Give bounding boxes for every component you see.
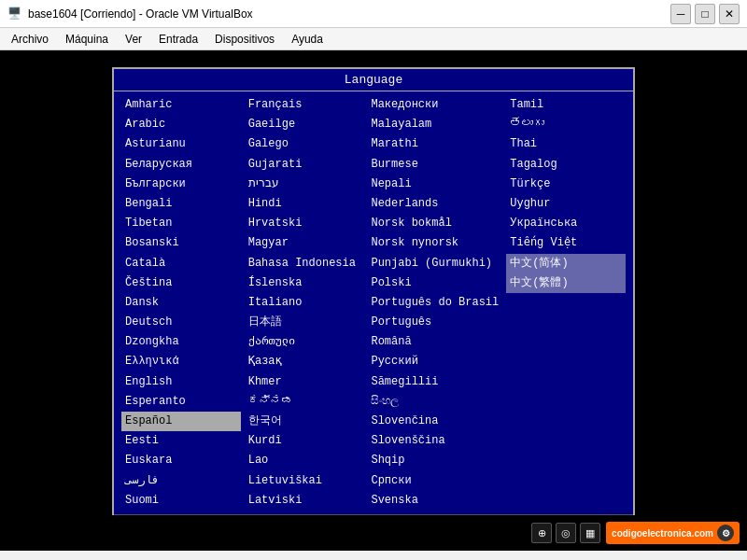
lang-item-2-5[interactable]: Nederlands	[367, 194, 502, 214]
lang-item-1-17[interactable]: Kurdî	[245, 431, 364, 451]
lang-item-2-16[interactable]: Slovenčina	[367, 412, 502, 431]
lang-item-2-13[interactable]: Русский	[367, 352, 502, 371]
lang-item-2-4[interactable]: Nepali	[367, 175, 502, 194]
lang-item-0-0[interactable]: Amharic	[121, 95, 241, 115]
lang-column-1: FrançaisGaeilgeGalegoGujaratiעבריתHindiH…	[243, 95, 366, 511]
lang-item-2-20[interactable]: Svenska	[367, 491, 502, 511]
taskbar-icons: ⊕ ◎ ▦	[531, 523, 600, 543]
lang-item-3-4[interactable]: Türkçe	[506, 175, 626, 194]
lang-item-0-9[interactable]: Čeština	[121, 273, 241, 293]
lang-item-1-6[interactable]: Hrvatski	[245, 214, 364, 233]
lang-item-1-7[interactable]: Magyar	[245, 233, 364, 253]
maximize-button[interactable]: □	[695, 4, 715, 24]
title-bar: 🖥️ base1604 [Corriendo] - Oracle VM Virt…	[0, 0, 747, 28]
lang-column-0: AmharicArabicAsturianuБеларускаяБългарск…	[120, 95, 243, 511]
lang-item-1-19[interactable]: Lietuviškai	[245, 471, 364, 491]
lang-item-1-0[interactable]: Français	[245, 95, 364, 115]
lang-item-0-18[interactable]: Euskara	[121, 451, 241, 470]
lang-item-1-12[interactable]: ქართული	[245, 332, 364, 352]
lang-item-1-13[interactable]: Қазақ	[245, 352, 364, 371]
lang-item-3-9[interactable]: 中文(繁體)	[506, 273, 626, 293]
lang-item-1-3[interactable]: Gujarati	[245, 155, 364, 175]
lang-column-3: TamilతెలుగుThaiTagalogTürkçeUyghurУкраїн…	[504, 95, 627, 511]
lang-item-3-5[interactable]: Uyghur	[506, 194, 626, 214]
lang-item-0-1[interactable]: Arabic	[121, 115, 241, 134]
lang-item-1-5[interactable]: Hindi	[245, 194, 364, 214]
lang-item-2-17[interactable]: Slovenščina	[367, 431, 502, 451]
lang-item-0-10[interactable]: Dansk	[121, 293, 241, 313]
lang-item-2-15[interactable]: සිංහල	[367, 392, 502, 412]
dialog-header: Language	[114, 69, 633, 91]
lang-item-0-17[interactable]: Eesti	[121, 431, 241, 451]
close-button[interactable]: ✕	[719, 4, 740, 24]
lang-item-2-18[interactable]: Shqip	[367, 451, 502, 470]
lang-item-1-1[interactable]: Gaeilge	[245, 115, 364, 134]
lang-item-2-14[interactable]: Sāmegillii	[367, 372, 502, 392]
lang-item-1-4[interactable]: עברית	[245, 175, 364, 194]
menu-dispositivos[interactable]: Dispositivos	[207, 31, 282, 48]
lang-item-2-11[interactable]: Português	[367, 313, 502, 332]
lang-item-3-2[interactable]: Thai	[506, 134, 626, 154]
lang-item-2-2[interactable]: Marathi	[367, 134, 502, 154]
lang-item-0-5[interactable]: Bengali	[121, 194, 241, 214]
lang-column-2: МакедонскиMalayalamMarathiBurmeseNepaliN…	[365, 95, 504, 511]
lang-item-0-19[interactable]: فارسی	[121, 471, 241, 491]
lang-item-0-13[interactable]: Ελληνικά	[121, 352, 241, 371]
watermark-text: codigoelectronica.com	[612, 528, 713, 539]
lang-item-3-3[interactable]: Tagalog	[506, 155, 626, 175]
lang-item-1-8[interactable]: Bahasa Indonesia	[245, 254, 364, 273]
lang-item-0-11[interactable]: Deutsch	[121, 313, 241, 332]
lang-item-2-3[interactable]: Burmese	[367, 155, 502, 175]
lang-item-0-14[interactable]: English	[121, 372, 241, 392]
lang-item-3-6[interactable]: Українська	[506, 214, 626, 233]
menu-ver[interactable]: Ver	[118, 31, 149, 48]
lang-item-3-7[interactable]: Tiếng Việt	[506, 233, 626, 253]
lang-item-0-2[interactable]: Asturianu	[121, 134, 241, 154]
lang-item-0-12[interactable]: Dzongkha	[121, 332, 241, 352]
watermark: codigoelectronica.com ⚙	[606, 522, 740, 544]
window-controls: ─ □ ✕	[670, 4, 740, 24]
lang-item-3-8[interactable]: 中文(简体)	[506, 254, 626, 273]
lang-item-2-12[interactable]: Română	[367, 332, 502, 352]
lang-item-0-7[interactable]: Bosanski	[121, 233, 241, 253]
lang-item-3-1[interactable]: తెలుగు	[506, 115, 626, 134]
lang-item-1-16[interactable]: 한국어	[245, 412, 364, 431]
lang-item-2-8[interactable]: Punjabi (Gurmukhi)	[367, 254, 502, 273]
lang-item-1-20[interactable]: Latviski	[245, 491, 364, 511]
lang-item-0-8[interactable]: Català	[121, 254, 241, 273]
lang-item-0-6[interactable]: Tibetan	[121, 214, 241, 233]
lang-item-1-14[interactable]: Khmer	[245, 372, 364, 392]
lang-item-1-10[interactable]: Italiano	[245, 293, 364, 313]
lang-item-2-7[interactable]: Norsk nynorsk	[367, 233, 502, 253]
lang-item-1-18[interactable]: Lao	[245, 451, 364, 470]
menu-maquina[interactable]: Máquina	[58, 31, 116, 48]
language-grid[interactable]: AmharicArabicAsturianuБеларускаяБългарск…	[114, 91, 633, 514]
menu-ayuda[interactable]: Ayuda	[284, 31, 331, 48]
dialog-title: Language	[345, 73, 402, 87]
lang-item-2-10[interactable]: Português do Brasil	[367, 293, 502, 313]
menu-bar: Archivo Máquina Ver Entrada Dispositivos…	[0, 28, 747, 50]
lang-item-2-19[interactable]: Српски	[367, 471, 502, 491]
taskbar-icon-2[interactable]: ◎	[556, 523, 576, 543]
lang-item-1-15[interactable]: ಕನ್ನಡ	[245, 392, 364, 412]
lang-item-0-4[interactable]: Български	[121, 175, 241, 194]
menu-archivo[interactable]: Archivo	[4, 31, 56, 48]
lang-item-0-3[interactable]: Беларуская	[121, 155, 241, 175]
lang-item-0-16[interactable]: Español	[121, 412, 241, 431]
lang-item-0-15[interactable]: Esperanto	[121, 392, 241, 412]
lang-item-1-2[interactable]: Galego	[245, 134, 364, 154]
menu-entrada[interactable]: Entrada	[151, 31, 205, 48]
lang-item-2-9[interactable]: Polski	[367, 273, 502, 293]
lang-item-2-0[interactable]: Македонски	[367, 95, 502, 115]
minimize-button[interactable]: ─	[670, 4, 691, 24]
lang-item-2-6[interactable]: Norsk bokmål	[367, 214, 502, 233]
lang-item-0-20[interactable]: Suomi	[121, 491, 241, 511]
lang-item-1-11[interactable]: 日本語	[245, 313, 364, 332]
lang-item-1-9[interactable]: Íslenska	[245, 273, 364, 293]
taskbar-icon-3[interactable]: ▦	[580, 523, 600, 543]
lang-item-2-1[interactable]: Malayalam	[367, 115, 502, 134]
window-title: base1604 [Corriendo] - Oracle VM Virtual…	[28, 7, 253, 21]
taskbar-icon-1[interactable]: ⊕	[531, 523, 552, 543]
title-bar-left: 🖥️ base1604 [Corriendo] - Oracle VM Virt…	[7, 7, 253, 21]
lang-item-3-0[interactable]: Tamil	[506, 95, 626, 115]
